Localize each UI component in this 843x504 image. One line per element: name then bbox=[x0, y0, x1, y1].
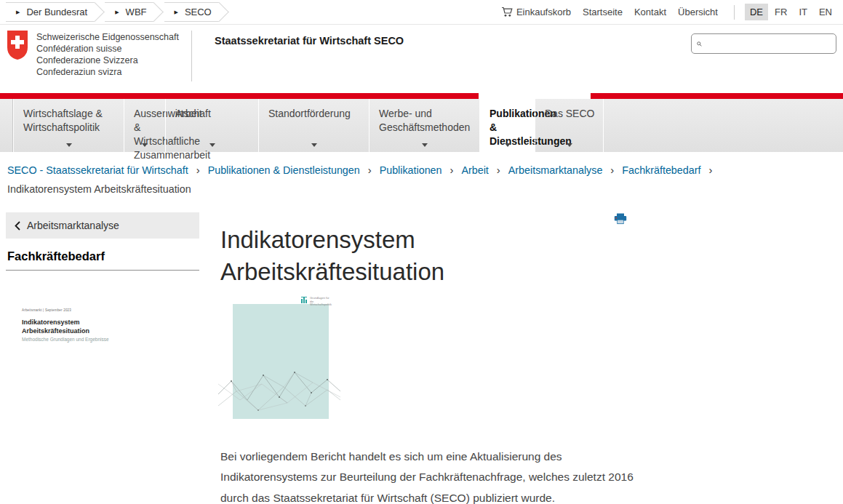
chevron-right-icon: › bbox=[497, 164, 500, 176]
chevron-down-icon bbox=[142, 143, 148, 147]
gov-breadcrumb-segment[interactable]: ▶ Der Bundesrat bbox=[6, 2, 95, 22]
nav-item[interactable]: Arbeit bbox=[165, 99, 258, 152]
breadcrumb-link[interactable]: Arbeitsmarktanalyse bbox=[508, 164, 603, 176]
cover-series-logo-text: Grundlagen für die Wirtschaftspolitik bbox=[310, 297, 332, 307]
arrow-right-icon: ▶ bbox=[16, 9, 20, 15]
breadcrumb-link[interactable]: Publikationen bbox=[380, 164, 442, 176]
cart-icon bbox=[501, 7, 513, 17]
chevron-down-icon bbox=[311, 143, 317, 147]
nav-item[interactable]: Standortförderung bbox=[258, 99, 369, 152]
chevron-left-icon bbox=[15, 221, 20, 231]
site-header: Schweizerische EidgenossenschaftConfédér… bbox=[0, 25, 843, 93]
nav-item[interactable]: Wirtschaftslage & Wirtschaftspolitik bbox=[13, 99, 124, 152]
cart-link[interactable]: Einkaufskorb bbox=[501, 7, 571, 17]
organization-title: Staatssekretariat für Wirtschaft SECO bbox=[215, 35, 404, 47]
search-input[interactable] bbox=[705, 36, 836, 52]
lead-text: Bei vorliegendem Bericht handelt es sich… bbox=[220, 450, 634, 504]
top-link[interactable]: Kontakt bbox=[634, 7, 666, 17]
confederation-name-line: Confédération suisse bbox=[36, 43, 179, 55]
breadcrumb-link[interactable]: Fachkräftebedarf bbox=[622, 164, 700, 176]
accent-bar bbox=[0, 93, 843, 99]
cover-subtitle: Methodische Grundlagen und Ergebnisse bbox=[22, 337, 109, 342]
sidebar-item-fachkraeftebedarf[interactable]: Fachkräftebedarf bbox=[7, 249, 105, 263]
cover-title: Indikatorensystem Arbeitskräftesituation bbox=[22, 319, 89, 335]
cart-label: Einkaufskorb bbox=[516, 7, 571, 17]
publication-cover-image: Grundlagen für die Wirtschaftspolitik bbox=[218, 297, 340, 423]
network-graphic bbox=[218, 359, 340, 423]
gov-breadcrumb-label: SECO bbox=[185, 7, 217, 17]
chevron-down-icon bbox=[505, 143, 511, 147]
nav-item-label: Werbe- und Geschäftsmethoden bbox=[379, 108, 470, 133]
breadcrumb-item: Arbeitsmarktanalyse › bbox=[508, 164, 623, 176]
nav-item[interactable]: Publikationen & Dienstleistungen bbox=[479, 99, 535, 152]
active-tab-notch bbox=[479, 93, 591, 99]
chevron-down-icon bbox=[209, 143, 215, 147]
chevron-right-icon: › bbox=[196, 164, 200, 176]
chevron-down-icon bbox=[422, 143, 428, 147]
breadcrumb-link[interactable]: Publikationen & Dienstleistungen bbox=[208, 164, 360, 176]
main-navigation: Wirtschaftslage & Wirtschaftspolitik Aus… bbox=[0, 99, 843, 152]
nav-item[interactable]: Das SECO bbox=[535, 99, 604, 152]
cover-meta-line: Arbeitsmarkt | September 2023 bbox=[22, 308, 71, 312]
breadcrumb-item: Arbeit › bbox=[461, 164, 508, 176]
nav-item-label: Wirtschaftslage & Wirtschaftspolitik bbox=[23, 108, 103, 133]
breadcrumb-current-page: Indikatorensystem Arbeitskräftesituation bbox=[7, 183, 191, 195]
chevron-down-icon bbox=[567, 143, 572, 147]
divider bbox=[191, 31, 192, 81]
print-icon bbox=[614, 213, 627, 225]
nav-item-label: Standortförderung bbox=[268, 108, 351, 119]
chevron-right-icon: › bbox=[450, 164, 454, 176]
nav-item-label: Arbeit bbox=[175, 108, 202, 119]
bar-chart-logo-icon bbox=[301, 297, 308, 303]
search-icon bbox=[697, 39, 702, 49]
breadcrumb: SECO - Staatssekretariat für Wirtschaft … bbox=[7, 161, 793, 199]
government-breadcrumb: ▶ Der Bundesrat ▶ WBF ▶ SECO bbox=[6, 2, 229, 22]
breadcrumb-item: Publikationen & Dienstleistungen › bbox=[208, 164, 380, 176]
breadcrumb-link[interactable]: Arbeit bbox=[461, 164, 488, 176]
arrow-right-icon: ▶ bbox=[175, 9, 178, 15]
confederation-name-line: Confederazione Svizzera bbox=[36, 55, 179, 66]
divider bbox=[6, 270, 199, 271]
breadcrumb-item: Publikationen › bbox=[380, 164, 462, 176]
sidebar-back-link[interactable]: Arbeitsmarktanalyse bbox=[6, 212, 199, 239]
chevron-right-icon: › bbox=[368, 164, 372, 176]
chevron-down-icon bbox=[66, 143, 72, 147]
chevron-right-icon: › bbox=[708, 164, 712, 176]
sidebar-back-label: Arbeitsmarktanalyse bbox=[27, 220, 119, 231]
print-button[interactable] bbox=[614, 213, 627, 228]
top-utility-bar: ▶ Der Bundesrat ▶ WBF ▶ SECO Einkaufskor… bbox=[0, 0, 843, 25]
swiss-shield-icon bbox=[7, 31, 28, 60]
gov-breadcrumb-label: WBF bbox=[126, 7, 153, 17]
arrow-right-icon: ▶ bbox=[115, 9, 119, 15]
nav-item-label: Das SECO bbox=[545, 108, 594, 119]
breadcrumb-link[interactable]: SECO - Staatssekretariat für Wirtschaft bbox=[7, 164, 188, 176]
nav-item[interactable]: Aussenwirtschaft & Wirtschaftliche Zusam… bbox=[124, 99, 165, 152]
chevron-right-icon: › bbox=[610, 164, 614, 176]
cover-series-logo: Grundlagen für die Wirtschaftspolitik bbox=[301, 297, 332, 307]
nav-item[interactable]: Werbe- und Geschäftsmethoden bbox=[369, 99, 479, 152]
lead-paragraph: Bei vorliegendem Bericht handelt es sich… bbox=[220, 447, 661, 504]
language-button[interactable]: EN bbox=[814, 4, 837, 20]
confederation-name-line: Confederaziun svizra bbox=[36, 66, 179, 78]
breadcrumb-item: Fachkräftebedarf › bbox=[622, 164, 717, 176]
language-button[interactable]: DE bbox=[745, 4, 768, 20]
page-title: Indikatorensystem Arbeitskräftesituation bbox=[220, 224, 628, 288]
search-box bbox=[691, 33, 836, 54]
confederation-name-line: Schweizerische Eidgenossenschaft bbox=[36, 31, 179, 43]
top-links: Startseite Kontakt Übersicht bbox=[571, 7, 718, 17]
gov-breadcrumb-segment[interactable]: ▶ SECO bbox=[164, 2, 219, 22]
top-link[interactable]: Übersicht bbox=[678, 7, 718, 17]
breadcrumb-item: SECO - Staatssekretariat für Wirtschaft … bbox=[7, 164, 208, 176]
top-link[interactable]: Startseite bbox=[583, 7, 623, 17]
language-switcher: DE FR IT EN bbox=[743, 4, 837, 20]
language-button[interactable]: FR bbox=[770, 4, 792, 20]
language-button[interactable]: IT bbox=[794, 4, 812, 20]
confederation-names: Schweizerische EidgenossenschaftConfédér… bbox=[36, 31, 179, 78]
gov-breadcrumb-segment[interactable]: ▶ WBF bbox=[105, 2, 153, 22]
divider bbox=[734, 5, 735, 20]
gov-breadcrumb-label: Der Bundesrat bbox=[26, 7, 93, 17]
swiss-confederation-logo[interactable]: Schweizerische EidgenossenschaftConfédér… bbox=[7, 31, 179, 78]
